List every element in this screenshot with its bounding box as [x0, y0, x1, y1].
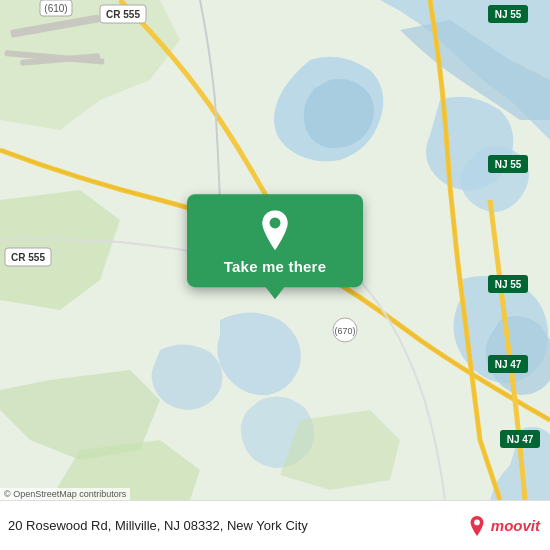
svg-text:NJ 47: NJ 47	[507, 434, 534, 445]
moovit-logo: moovit	[467, 516, 540, 536]
svg-point-23	[474, 519, 480, 525]
take-me-there-label: Take me there	[224, 258, 326, 275]
osm-attribution: © OpenStreetMap contributors	[0, 488, 130, 500]
location-pin-icon	[255, 210, 295, 250]
bottom-bar: 20 Rosewood Rd, Millville, NJ 08332, New…	[0, 500, 550, 550]
moovit-brand-name: moovit	[491, 517, 540, 534]
svg-point-22	[270, 217, 281, 228]
svg-text:(610): (610)	[44, 3, 67, 14]
svg-text:CR 555: CR 555	[106, 9, 140, 20]
svg-text:NJ 55: NJ 55	[495, 159, 522, 170]
svg-text:CR 555: CR 555	[11, 252, 45, 263]
map-area: CR 555 CR 555 (610) NJ 55 NJ 55 NJ 55 NJ…	[0, 0, 550, 500]
address-label: 20 Rosewood Rd, Millville, NJ 08332, New…	[8, 518, 467, 533]
svg-text:(670): (670)	[334, 326, 355, 336]
take-me-there-popup[interactable]: Take me there	[187, 194, 363, 287]
svg-text:NJ 55: NJ 55	[495, 279, 522, 290]
moovit-pin-icon	[467, 516, 487, 536]
svg-text:NJ 55: NJ 55	[495, 9, 522, 20]
svg-text:NJ 47: NJ 47	[495, 359, 522, 370]
